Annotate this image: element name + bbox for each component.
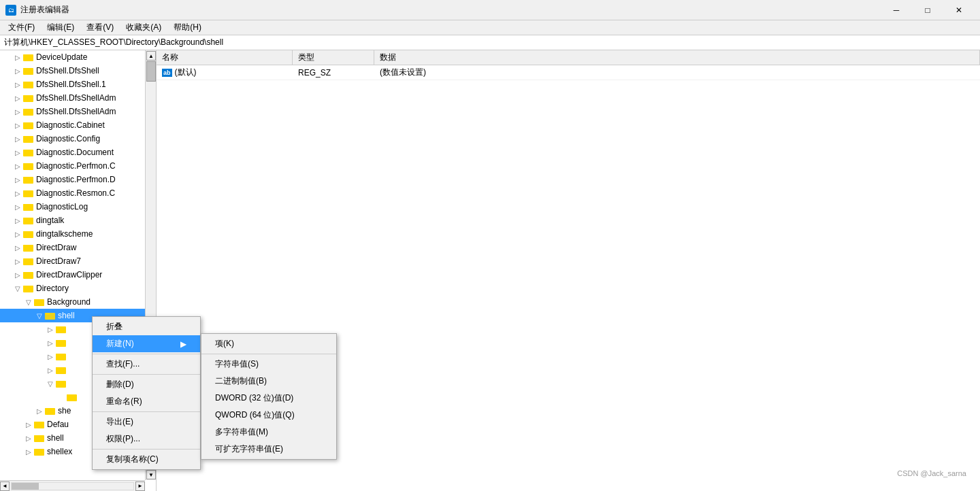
close-button[interactable]: ✕ [943, 0, 975, 20]
tree-item-dingtalk[interactable]: ▷ dingtalk [0, 214, 145, 227]
scroll-up-btn[interactable]: ▲ [146, 51, 156, 61]
expand-directory[interactable]: ▽ [12, 283, 23, 294]
expand-btn[interactable]: ▷ [12, 65, 23, 76]
expand-btn[interactable]: ▷ [23, 433, 34, 443]
ctx-item-find[interactable]: 查找(F)... [93, 356, 200, 373]
folder-icon [23, 243, 34, 252]
expand-btn[interactable]: ▷ [12, 256, 23, 267]
expand-btn[interactable]: ▷ [23, 419, 34, 430]
folder-icon [23, 202, 34, 211]
svg-rect-15 [23, 150, 28, 152]
minimize-button[interactable]: ─ [881, 0, 912, 20]
tree-item-deviceupdate[interactable]: ▷ DeviceUpdate [0, 50, 145, 64]
expand-shell[interactable]: ▽ [34, 310, 45, 321]
expand-btn[interactable]: ▷ [12, 215, 23, 226]
tree-item-dingtalkscheme[interactable]: ▷ dingtalkscheme [0, 227, 145, 241]
menu-file[interactable]: 文件(F) [3, 20, 40, 35]
folder-icon [34, 433, 45, 443]
scroll-thumb[interactable] [146, 61, 156, 82]
tree-item-diag-perf1[interactable]: ▷ Diagnostic.Perfmon.C [0, 159, 145, 173]
ctx-item-export[interactable]: 导出(E) [93, 413, 200, 430]
tree-item-dfsshell[interactable]: ▷ DfsShell.DfsShell [0, 64, 145, 78]
expand-btn[interactable]: ▷ [45, 324, 56, 335]
scroll-right-btn[interactable]: ► [135, 481, 145, 491]
tree-item-diag-res[interactable]: ▷ Diagnostic.Resmon.C [0, 186, 145, 200]
tree-item-diag-doc[interactable]: ▷ Diagnostic.Document [0, 146, 145, 159]
submenu-separator [201, 354, 336, 354]
col-header-type[interactable]: 类型 [293, 50, 374, 65]
tree-label: shellex [47, 447, 72, 456]
ctx-item-new-label: 新建(N) [106, 338, 134, 350]
maximize-button[interactable]: □ [912, 0, 943, 20]
menu-favorites[interactable]: 收藏夹(A) [120, 20, 167, 35]
expand-btn[interactable]: ▷ [12, 79, 23, 90]
svg-rect-23 [23, 204, 28, 206]
submenu-item-dword[interactable]: DWORD (32 位)值(D) [201, 390, 336, 407]
expand-background[interactable]: ▽ [23, 297, 34, 307]
tree-hscrollbar[interactable]: ◄ ► [0, 480, 145, 491]
folder-icon [45, 406, 56, 416]
tree-item-diag-config[interactable]: ▷ Diagnostic.Config [0, 132, 145, 146]
expand-btn[interactable]: ▽ [45, 378, 56, 389]
scroll-down-btn[interactable]: ▼ [146, 470, 156, 479]
submenu-item-string[interactable]: 字符串值(S) [201, 356, 336, 373]
svg-rect-13 [23, 136, 28, 138]
ctx-item-copy-name[interactable]: 复制项名称(C) [93, 451, 200, 468]
submenu-item-multistring[interactable]: 多字符串值(M) [201, 424, 336, 441]
expand-btn[interactable]: ▷ [12, 188, 23, 199]
expand-btn[interactable]: ▷ [34, 405, 45, 416]
tree-label: Diagnostic.Document [36, 148, 114, 157]
tree-item-directdrawclipper[interactable]: ▷ DirectDrawClipper [0, 268, 145, 282]
expand-btn[interactable]: ▷ [12, 160, 23, 171]
ctx-item-delete[interactable]: 删除(D) [93, 376, 200, 393]
submenu-item-qword[interactable]: QWORD (64 位)值(Q) [201, 407, 336, 424]
tree-item-background[interactable]: ▽ Background [0, 295, 145, 309]
submenu-item-binary[interactable]: 二进制制值(B) [201, 373, 336, 390]
tree-item-directory[interactable]: ▽ Directory [0, 282, 145, 295]
tree-label: DfsShell.DfsShellAdm [36, 93, 116, 103]
col-header-data[interactable]: 数据 [374, 50, 980, 65]
expand-btn[interactable]: ▷ [12, 120, 23, 131]
tree-item-directdraw7[interactable]: ▷ DirectDraw7 [0, 254, 145, 268]
menu-help[interactable]: 帮助(H) [168, 20, 207, 35]
submenu-item-expandstring[interactable]: 可扩充字符串值(E) [201, 441, 336, 458]
expand-btn[interactable]: ▷ [12, 228, 23, 239]
expand-btn[interactable]: ▷ [12, 147, 23, 158]
tree-item-diag-perf2[interactable]: ▷ Diagnostic.Perfmon.D [0, 173, 145, 186]
expand-btn[interactable]: ▷ [45, 365, 56, 375]
tree-item-dfsshell1[interactable]: ▷ DfsShell.DfsShell.1 [0, 78, 145, 91]
col-header-name[interactable]: 名称 [157, 50, 293, 65]
expand-btn[interactable]: ▷ [12, 106, 23, 117]
expand-btn[interactable]: ▷ [45, 351, 56, 362]
expand-btn[interactable]: ▷ [12, 269, 23, 280]
expand-btn[interactable]: ▷ [12, 174, 23, 185]
ctx-item-collapse[interactable]: 折叠 [93, 318, 200, 335]
scroll-left-btn[interactable]: ◄ [0, 481, 10, 491]
ctx-item-new[interactable]: 新建(N) ▶ [93, 335, 200, 352]
menu-view[interactable]: 查看(V) [81, 20, 119, 35]
folder-icon [56, 365, 67, 375]
menu-edit[interactable]: 编辑(E) [42, 20, 80, 35]
detail-cell-type: REG_SZ [293, 67, 374, 79]
tree-label: dingtalkscheme [36, 229, 93, 239]
tree-item-diaglog[interactable]: ▷ DiagnosticLog [0, 200, 145, 214]
expand-btn[interactable]: ▷ [23, 446, 34, 457]
expand-deviceupdate[interactable]: ▷ [12, 52, 23, 63]
ctx-item-permissions[interactable]: 权限(P)... [93, 430, 200, 447]
tree-label: DiagnosticLog [36, 202, 88, 211]
expand-btn[interactable]: ▷ [12, 133, 23, 144]
tree-item-dfsshell-adm1[interactable]: ▷ DfsShell.DfsShellAdm [0, 91, 145, 105]
hscroll-thumb[interactable] [12, 483, 39, 490]
ctx-item-rename[interactable]: 重命名(R) [93, 393, 200, 410]
detail-row-default[interactable]: ab (默认) REG_SZ (数值未设置) [157, 65, 980, 80]
expand-btn[interactable]: ▷ [12, 92, 23, 103]
expand-btn[interactable]: ▷ [12, 201, 23, 212]
tree-item-dfsshell-adm2[interactable]: ▷ DfsShell.DfsShellAdm [0, 105, 145, 118]
tree-item-diag-cabinet[interactable]: ▷ Diagnostic.Cabinet [0, 118, 145, 132]
expand-btn[interactable]: ▷ [12, 242, 23, 253]
app-icon: 🗂 [5, 5, 16, 16]
svg-rect-29 [23, 245, 28, 247]
expand-btn[interactable]: ▷ [45, 337, 56, 348]
tree-item-directdraw[interactable]: ▷ DirectDraw [0, 241, 145, 254]
submenu-item-key[interactable]: 项(K) [201, 335, 336, 352]
